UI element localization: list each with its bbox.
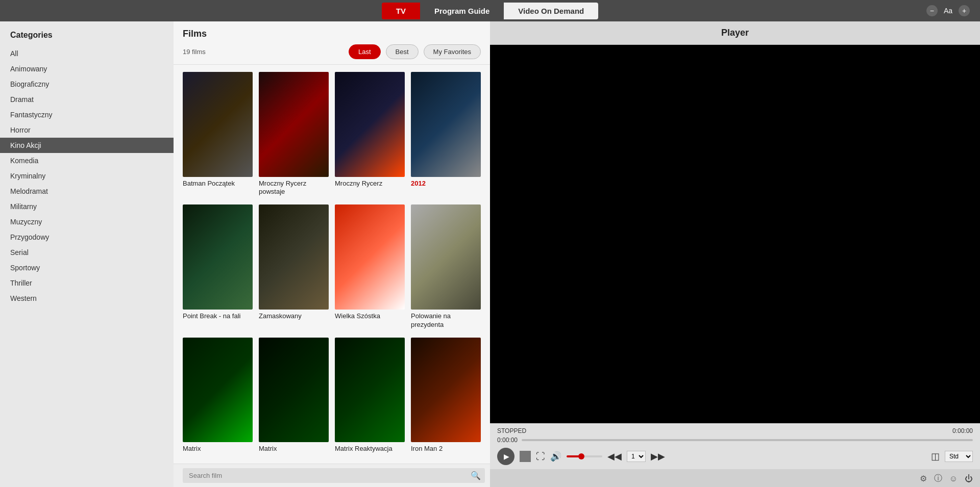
sidebar-item-biograficzny[interactable]: Biograficzny xyxy=(0,76,174,92)
film-title-matrix3: Matrix Reaktywacja xyxy=(335,445,405,453)
filter-favorites-button[interactable]: My Favorites xyxy=(424,44,481,59)
film-title-mroczny1: Mroczny Rycerz powstaje xyxy=(259,180,329,197)
sidebar-item-thriller[interactable]: Thriller xyxy=(0,275,174,291)
sidebar-item-melodramat[interactable]: Melodramat xyxy=(0,184,174,199)
volume-icon[interactable]: 🔊 xyxy=(550,451,561,462)
play-button[interactable]: ▶ xyxy=(497,448,514,465)
player-controls: STOPPED 0:00:00 0:00:00 ▶ ⛶ 🔊 ◀◀ 1 2 xyxy=(490,423,980,469)
sidebar-item-przygodowy[interactable]: Przygodowy xyxy=(0,229,174,245)
sidebar-item-kryminalny[interactable]: Kryminalny xyxy=(0,168,174,184)
sidebar-item-serial[interactable]: Serial xyxy=(0,245,174,260)
film-poster-matrix1 xyxy=(183,338,253,443)
player-time-total: 0:00:00 xyxy=(952,427,973,434)
sidebar-item-muzyczny[interactable]: Muzyczny xyxy=(0,214,174,229)
sidebar-item-western[interactable]: Western xyxy=(0,291,174,306)
film-poster-ironman xyxy=(411,338,481,443)
film-title-mroczny2: Mroczny Rycerz xyxy=(335,180,405,188)
main-layout: Categories AllAnimowanyBiograficznyDrama… xyxy=(0,21,980,487)
player-buttons-row: ▶ ⛶ 🔊 ◀◀ 1 2 3 ▶▶ ◫ Std HD FHD xyxy=(497,448,973,465)
user-icon[interactable]: ☺ xyxy=(949,473,958,484)
tab-vod[interactable]: Video On Demand xyxy=(504,3,598,19)
film-title-2012: 2012 xyxy=(411,180,481,188)
film-poster-mroczny2 xyxy=(335,72,405,177)
film-poster-mroczny1 xyxy=(259,72,329,177)
player-progress-row: 0:00:00 xyxy=(497,437,973,444)
tab-program-guide[interactable]: Program Guide xyxy=(420,3,504,19)
film-poster-zamaskowany xyxy=(259,204,329,310)
film-title-ironman: Iron Man 2 xyxy=(411,445,481,453)
sidebar-categories: AllAnimowanyBiograficznyDramatFantastycz… xyxy=(0,46,174,306)
search-input[interactable] xyxy=(183,468,485,483)
film-title-polowanie: Polowanie na prezydenta xyxy=(411,312,481,329)
film-card-wielka[interactable]: Wielka Szóstka xyxy=(335,204,405,329)
film-card-matrix1[interactable]: Matrix xyxy=(183,338,253,453)
sidebar-item-sportowy[interactable]: Sportowy xyxy=(0,260,174,275)
sidebar-item-militarny[interactable]: Militarny xyxy=(0,199,174,214)
info-icon[interactable]: ⓘ xyxy=(934,473,942,484)
films-grid: Batman PoczątekMroczny Rycerz powstajeMr… xyxy=(183,72,481,453)
filter-best-button[interactable]: Best xyxy=(386,44,419,59)
film-card-pointbreak[interactable]: Point Break - na fali xyxy=(183,204,253,329)
top-bar: TV Program Guide Video On Demand − Aa + xyxy=(0,0,980,21)
nav-tabs: TV Program Guide Video On Demand xyxy=(382,3,598,19)
volume-slider[interactable] xyxy=(567,455,602,457)
skip-forward-button[interactable]: ▶▶ xyxy=(651,451,665,462)
film-title-pointbreak: Point Break - na fali xyxy=(183,312,253,321)
player-screen xyxy=(490,45,980,423)
play-icon: ▶ xyxy=(504,452,509,460)
power-icon[interactable]: ⏻ xyxy=(965,473,973,484)
film-poster-wielka xyxy=(335,204,405,310)
content-area: Films 19 films Last Best My Favorites Ba… xyxy=(174,21,490,487)
film-poster-matrix2 xyxy=(259,338,329,443)
decrease-font-button[interactable]: − xyxy=(926,5,938,16)
sidebar-item-komedia[interactable]: Komedia xyxy=(0,153,174,168)
film-card-batman[interactable]: Batman Początek xyxy=(183,72,253,196)
film-title-matrix1: Matrix xyxy=(183,445,253,453)
film-card-mroczny2[interactable]: Mroczny Rycerz xyxy=(335,72,405,196)
top-bar-controls: − Aa + xyxy=(926,5,970,16)
sidebar-item-dramat[interactable]: Dramat xyxy=(0,92,174,107)
search-bar: 🔍 xyxy=(174,464,490,487)
film-card-matrix2[interactable]: Matrix xyxy=(259,338,329,453)
player-time-current: 0:00:00 xyxy=(497,437,518,444)
sidebar: Categories AllAnimowanyBiograficznyDrama… xyxy=(0,21,174,487)
film-card-polowanie[interactable]: Polowanie na prezydenta xyxy=(411,204,481,329)
content-header: Films 19 films Last Best My Favorites xyxy=(174,21,490,65)
player-bottom-icons: ⚙ ⓘ ☺ ⏻ xyxy=(490,469,980,487)
film-card-2012[interactable]: 2012 xyxy=(411,72,481,196)
sidebar-item-animowany[interactable]: Animowany xyxy=(0,61,174,76)
player-area: Player STOPPED 0:00:00 0:00:00 ▶ ⛶ 🔊 ◀◀ xyxy=(490,21,980,487)
font-size-label[interactable]: Aa xyxy=(944,7,952,15)
film-card-matrix3[interactable]: Matrix Reaktywacja xyxy=(335,338,405,453)
sidebar-item-kino-akcji[interactable]: Kino Akcji xyxy=(0,138,174,153)
search-icon[interactable]: 🔍 xyxy=(471,471,481,480)
film-card-mroczny1[interactable]: Mroczny Rycerz powstaje xyxy=(259,72,329,196)
skip-back-button[interactable]: ◀◀ xyxy=(607,451,622,462)
film-title-zamaskowany: Zamaskowany xyxy=(259,312,329,321)
films-grid-container[interactable]: Batman PoczątekMroczny Rycerz powstajeMr… xyxy=(174,65,490,464)
tab-tv[interactable]: TV xyxy=(382,3,420,19)
filter-last-button[interactable]: Last xyxy=(349,44,381,59)
film-poster-matrix3 xyxy=(335,338,405,443)
film-card-ironman[interactable]: Iron Man 2 xyxy=(411,338,481,453)
film-card-zamaskowany[interactable]: Zamaskowany xyxy=(259,204,329,329)
quality-select[interactable]: Std HD FHD xyxy=(945,451,973,462)
player-status-row: STOPPED 0:00:00 xyxy=(497,427,973,434)
increase-font-button[interactable]: + xyxy=(959,5,970,16)
content-title: Films xyxy=(183,29,481,39)
film-title-batman: Batman Początek xyxy=(183,180,253,188)
settings-icon[interactable]: ⚙ xyxy=(920,473,927,484)
sidebar-item-fantastyczny[interactable]: Fantastyczny xyxy=(0,107,174,122)
screen-button[interactable]: ⛶ xyxy=(536,451,545,462)
player-progress-bar[interactable] xyxy=(522,439,973,441)
sidebar-title: Categories xyxy=(0,27,174,46)
film-poster-polowanie xyxy=(411,204,481,310)
channel-select[interactable]: 1 2 3 xyxy=(627,451,646,462)
aspect-ratio-button[interactable]: ◫ xyxy=(931,451,940,462)
player-status: STOPPED xyxy=(497,427,526,434)
stop-button[interactable] xyxy=(520,451,531,462)
sidebar-item-horror[interactable]: Horror xyxy=(0,122,174,138)
film-title-matrix2: Matrix xyxy=(259,445,329,453)
sidebar-item-all[interactable]: All xyxy=(0,46,174,61)
filter-bar: 19 films Last Best My Favorites xyxy=(183,44,481,59)
